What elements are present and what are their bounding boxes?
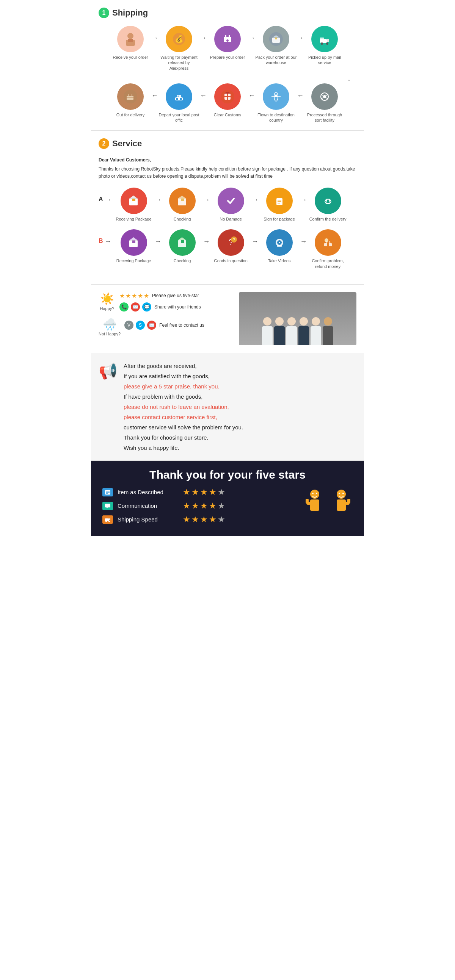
b-step3-icon: ? ?	[218, 229, 244, 256]
svg-rect-22	[127, 96, 134, 100]
b-step2: Checking	[161, 229, 203, 263]
b-arrow1: →	[155, 238, 161, 245]
service-title: 2 Service	[99, 138, 356, 149]
outdelivery-icon	[117, 83, 144, 110]
prepare-icon	[214, 26, 241, 52]
svg-rect-98	[310, 500, 319, 511]
feedback-left: ☀️ Happy? ★ ★ ★ ★ ★ Please give us five-…	[99, 292, 231, 345]
a-step4-label: Sign for package	[263, 216, 295, 222]
svg-rect-14	[275, 38, 277, 40]
rating-row-communication: Communication ★ ★ ★ ★ ★	[102, 501, 296, 511]
svg-rect-93	[105, 519, 109, 521]
flow-a-label: A	[99, 196, 103, 203]
svg-rect-106	[347, 499, 350, 503]
a-step3-icon	[218, 188, 244, 214]
svg-point-28	[176, 98, 178, 100]
flow-b-label: B	[99, 238, 103, 245]
a-step3-label: No Damage	[220, 216, 242, 222]
b-step5-icon: $ $	[315, 229, 341, 256]
comm-stars: ★ ★ ★ ★ ★	[183, 501, 225, 511]
arrow2: →	[200, 34, 207, 42]
svg-point-31	[177, 95, 179, 97]
customs-label: Clear Customs	[214, 112, 241, 118]
email-icon: ✉️	[131, 302, 140, 312]
a-arrow4: →	[300, 196, 307, 204]
svg-point-96	[109, 521, 110, 522]
a-step4: Sign for package	[259, 188, 300, 222]
svg-point-108	[342, 493, 344, 494]
viber-icon: V	[125, 321, 134, 330]
svg-rect-55	[181, 199, 184, 201]
flow-item-payment: 💰 Waiting for payment released by Aliexp…	[158, 26, 200, 71]
nothappy-label: Not Happy?	[99, 332, 121, 336]
service-section: 2 Service Dear Valued Customers, Thanks …	[91, 131, 364, 284]
svg-marker-54	[178, 196, 186, 199]
megaphone-icon: 📢	[99, 362, 118, 380]
thankyou-title: Thank you for your five stars	[102, 468, 353, 481]
pickup-icon	[311, 26, 338, 52]
thumbs-figure-1	[303, 487, 326, 519]
svg-point-101	[312, 493, 314, 494]
thumbs-up-group	[303, 487, 353, 519]
svg-point-64	[329, 200, 330, 202]
shipping-stars: ★ ★ ★ ★ ★	[183, 515, 225, 525]
flow-item-receive: Receive your order	[110, 26, 151, 60]
b-step3-label: Goods in question	[214, 258, 247, 263]
arrow7: ←	[248, 92, 255, 100]
svg-point-18	[321, 43, 323, 45]
a-step5-icon	[315, 188, 341, 214]
b-step1-label: Receving Package	[117, 258, 151, 263]
a-step2-icon	[169, 188, 196, 214]
svg-point-56	[224, 194, 238, 208]
b-step4: Take Videos	[259, 229, 300, 263]
shipping-row2: Out for delivery ← Depart your local pos…	[99, 83, 356, 123]
depart-label: Depart your local post offic	[158, 112, 200, 123]
shipping-row1: Receive your order → 💰 Waiting for payme…	[99, 26, 356, 71]
flow-item-pickup: Picked up by mail service	[304, 26, 345, 65]
b-arrow4: →	[300, 238, 307, 245]
arrow3: →	[248, 34, 255, 42]
service-number: 2	[99, 138, 109, 149]
payment-icon: 💰	[166, 26, 192, 52]
b-start-arrow: →	[105, 238, 112, 245]
a-arrow3: →	[252, 196, 259, 204]
shipping-speed-label: Shipping Speed	[118, 516, 178, 523]
a-step5: Confirm the delivery	[307, 188, 349, 222]
flow-b-row: B → Receving Package → C	[99, 229, 356, 269]
arrow4: →	[297, 34, 304, 42]
svg-rect-80	[277, 245, 282, 247]
svg-point-107	[338, 493, 340, 494]
svg-marker-66	[129, 237, 137, 240]
svg-point-63	[326, 200, 327, 202]
pickup-label: Picked up by mail service	[304, 54, 345, 65]
svg-marker-92	[107, 508, 108, 508]
comm-label: Communication	[118, 503, 178, 509]
b-step5-label: Confirm problem, refund money	[307, 258, 349, 269]
svg-text:?: ?	[233, 237, 235, 242]
b-step2-label: Checking	[174, 258, 191, 263]
outdelivery-label: Out for delivery	[117, 112, 145, 118]
a-step5-label: Confirm the delivery	[310, 216, 346, 222]
svg-marker-70	[178, 237, 186, 240]
svg-point-95	[105, 521, 107, 522]
item-label: Item as Described	[118, 489, 178, 495]
happy-group: ☀️ Happy?	[99, 292, 116, 311]
svg-rect-104	[337, 500, 346, 511]
arrow-down: ↓	[99, 75, 356, 83]
svg-marker-94	[109, 519, 110, 520]
b-step5: $ $ Confirm problem, refund money	[307, 229, 349, 269]
svg-point-9	[227, 40, 228, 42]
rating-row-shipping: Shipping Speed ★ ★ ★ ★ ★	[102, 515, 296, 525]
flow-a-row: A → Receiving Package →	[99, 188, 356, 222]
svg-rect-85	[324, 243, 327, 246]
shipping-title: 1 Shipping	[99, 8, 356, 18]
receive-icon	[117, 26, 144, 52]
a-arrow2: →	[203, 196, 210, 204]
nothappy-group: 🌧️ Not Happy?	[99, 318, 121, 336]
announcement-text: After the goods are received, If you are…	[124, 361, 243, 453]
happy-sun-icon: ☀️	[99, 292, 116, 305]
chat-icon: 💬	[142, 302, 151, 312]
a-step1-label: Receiving Package	[116, 216, 151, 222]
svg-point-62	[321, 194, 335, 208]
shipping-icon	[102, 515, 113, 524]
